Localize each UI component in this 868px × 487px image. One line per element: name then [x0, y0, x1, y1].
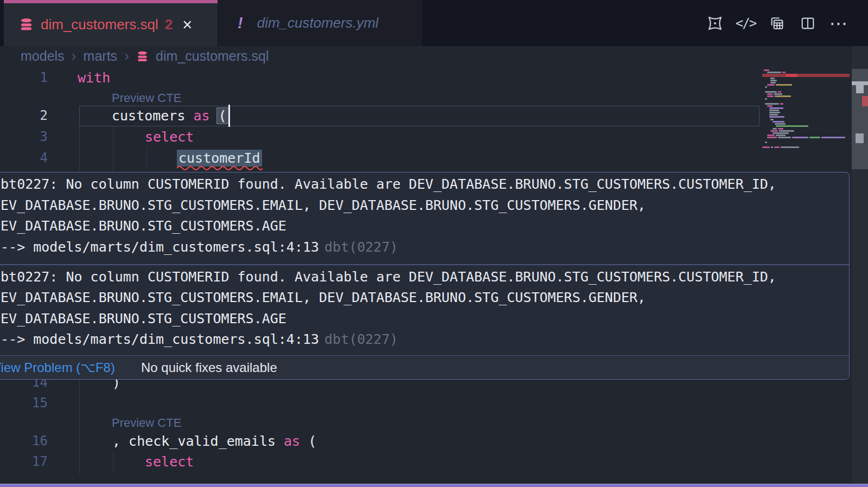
error-message-line: dbt0227: No column CUSTOMERID found. Ava… [0, 267, 849, 288]
minimap-code-line [769, 116, 784, 118]
error-source-code: dbt(0227) [324, 331, 398, 347]
minimap-code-line [771, 146, 773, 148]
error-block-1: dbt0227: No column CUSTOMERID found. Ava… [0, 172, 849, 264]
error-source-code: dbt(0227) [324, 239, 398, 255]
split-editor-icon[interactable] [799, 14, 816, 32]
ruler-mark [856, 85, 864, 93]
minimap-code-line [776, 125, 808, 127]
minimap-code-line [774, 93, 782, 95]
minimap-code-line [767, 84, 775, 86]
minimap-code-line [773, 128, 777, 130]
error-identifier: customerId [177, 150, 262, 166]
indent-guide [79, 380, 80, 474]
chevron-right-icon: › [124, 48, 129, 65]
minimap-code-line [765, 142, 767, 143]
minimap-code-line [779, 130, 794, 132]
minimap-code-line [821, 137, 845, 138]
error-squiggle [177, 165, 263, 170]
minimap-error-line [762, 74, 850, 77]
minimap-code-line [762, 146, 770, 148]
error-block-2: dbt0227: No column CUSTOMERID found. Ava… [0, 265, 849, 357]
indent-guide [79, 126, 80, 171]
editor-window: dim_customers.sql 2 × ! dim_customers.ym… [0, 0, 868, 487]
minimap-code-line [765, 98, 767, 100]
minimap-code-line [776, 84, 792, 86]
line-number: 4 [15, 148, 48, 169]
minimap-code-line [765, 103, 779, 105]
error-location-line: --> models/marts/dim_customers.sql:4:13d… [0, 329, 849, 350]
hover-status-bar: View Problem (⌥F8) No quick fixes availa… [0, 355, 849, 379]
tab-dim-customers-sql[interactable]: dim_customers.sql 2 × [4, 0, 218, 46]
minimap-code-line [767, 134, 775, 136]
dbt-power-user-icon[interactable] [706, 14, 724, 32]
minimap-code-line [778, 91, 781, 93]
close-icon[interactable]: × [182, 16, 192, 33]
indent-guide [113, 126, 113, 171]
error-location-line: --> models/marts/dim_customers.sql:4:13d… [0, 237, 849, 258]
indent-guide [146, 148, 147, 171]
minimap-code-line [770, 119, 774, 120]
breadcrumb: models › marts › dim_customers.sql [21, 46, 269, 66]
minimap-code-line [770, 82, 776, 84]
unsaved-changes-badge: 2 [165, 16, 173, 33]
minimap-code-line [776, 134, 786, 136]
minimap-code-line [765, 86, 767, 88]
panel-accent-border [0, 484, 868, 487]
database-icon [136, 50, 149, 63]
minimap-code-line [770, 130, 778, 132]
warning-icon: ! [238, 14, 243, 32]
error-hover-tooltip: dbt0227: No column CUSTOMERID found. Ava… [0, 172, 850, 380]
ruler-mark [852, 81, 868, 85]
minimap-code-line [769, 107, 783, 109]
line-number: 15 [15, 393, 48, 414]
minimap-code-line [782, 72, 786, 73]
breadcrumb-item-models[interactable]: models [21, 48, 65, 64]
minimap-code-line [781, 146, 799, 148]
chevron-right-icon: › [72, 48, 76, 65]
quick-fix-status: No quick fixes available [141, 360, 277, 375]
text-cursor [228, 105, 230, 127]
minimap-code-line [765, 91, 777, 93]
ruler-error-mark [862, 96, 868, 106]
minimap-code-line [770, 80, 777, 81]
ruler-mark [856, 133, 864, 143]
line-number: 16 [15, 431, 48, 452]
line-number: 3 [15, 126, 48, 148]
show-source-icon[interactable]: </> [737, 14, 755, 32]
minimap-code-line [774, 146, 780, 148]
error-message-line: dbt0227: No column CUSTOMERID found. Ava… [0, 174, 849, 195]
minimap-code-line [780, 103, 783, 105]
view-problem-link[interactable]: View Problem (⌥F8) [0, 360, 115, 375]
copy-table-icon[interactable] [768, 14, 786, 32]
minimap-error-highlight [786, 74, 797, 77]
tab-label: dim_customers.sql [41, 16, 158, 33]
bracket-match: ( [216, 107, 229, 124]
code-line-2[interactable]: customersas( [112, 105, 229, 126]
database-icon [19, 17, 34, 32]
minimap-code-line [769, 114, 778, 116]
tab-dim-customers-yml[interactable]: ! dim_customers.yml [218, 0, 422, 46]
minimap-code-line [767, 137, 777, 138]
breadcrumb-item-file[interactable]: dim_customers.sql [156, 48, 269, 64]
editor-actions: </> ⋯ [706, 0, 868, 46]
minimap-code-line [809, 137, 820, 138]
tab-label: dim_customers.yml [257, 15, 379, 31]
error-message-line: DEV_DATABASE.BRUNO.STG_CUSTOMERS.EMAIL, … [0, 195, 849, 216]
line-number: 1 [15, 67, 48, 88]
minimap[interactable] [762, 68, 851, 171]
codelens-preview-cte[interactable]: Preview CTE [112, 415, 181, 431]
minimap-code-line [773, 132, 789, 134]
code-line-3[interactable]: select [145, 126, 194, 148]
error-message-line: DEV_DATABASE.BRUNO.STG_CUSTOMERS.AGE [0, 216, 849, 237]
error-message-line: DEV_DATABASE.BRUNO.STG_CUSTOMERS.AGE [0, 309, 849, 330]
codelens-preview-cte[interactable]: Preview CTE [112, 90, 181, 106]
line-number: 17 [15, 451, 48, 472]
breadcrumb-item-marts[interactable]: marts [84, 48, 118, 64]
code-line-17[interactable]: select [145, 451, 194, 472]
code-line-16[interactable]: , check_valid_emailsas( [112, 431, 316, 452]
minimap-code-line [792, 137, 808, 138]
minimap-code-line [775, 95, 791, 97]
more-actions-icon[interactable]: ⋯ [829, 14, 847, 32]
minimap-code-line [767, 93, 773, 95]
code-line-1[interactable]: with [78, 67, 110, 88]
